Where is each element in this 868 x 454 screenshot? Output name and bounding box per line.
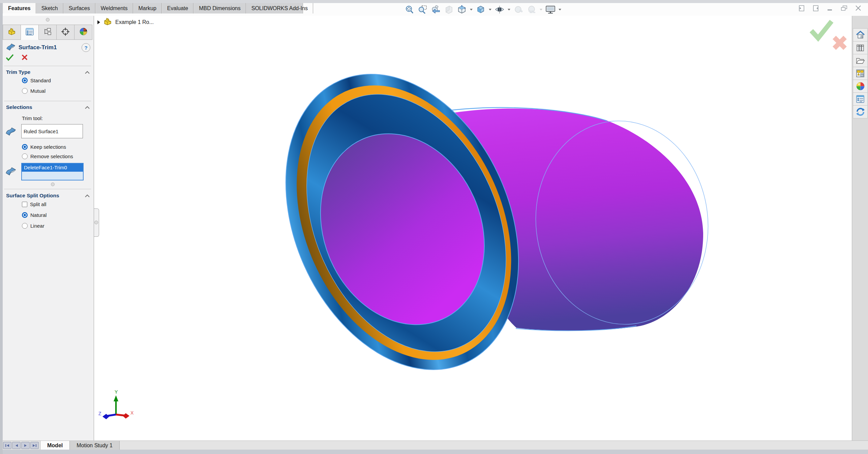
pm-title-row: Surface-Trim1 ? [6, 43, 90, 52]
file-explorer-icon[interactable] [853, 54, 868, 67]
tab-dimxpertmanager[interactable] [57, 25, 74, 40]
dimxpert-target-icon [61, 27, 70, 37]
tab-displaymanager[interactable] [74, 25, 92, 40]
next-tab-button[interactable] [21, 442, 30, 449]
manager-tab-strip [3, 25, 92, 40]
zoom-to-area-icon[interactable] [417, 4, 428, 15]
panel-top-grip[interactable] [46, 18, 50, 22]
surface-split-header[interactable]: Surface Split Options [6, 193, 90, 199]
appearances-scenes-icon[interactable] [853, 80, 868, 93]
selections-header[interactable]: Selections [6, 104, 90, 110]
pieces-listbox[interactable]: DeleteFace1-Trim0 [21, 163, 84, 180]
trim-type-header[interactable]: Trim Type [6, 69, 90, 75]
tab-sketch[interactable]: Sketch [36, 3, 63, 13]
collapse-chevron-icon[interactable] [85, 71, 90, 74]
next-pane-icon[interactable] [812, 4, 819, 12]
linear-label: Linear [30, 223, 44, 229]
model-surface-trim-preview[interactable] [263, 57, 725, 395]
tab-markup[interactable]: Markup [133, 3, 162, 13]
close-icon[interactable] [855, 4, 862, 12]
view-settings-dropdown-icon[interactable] [559, 9, 561, 10]
pm-title: Surface-Trim1 [19, 44, 79, 51]
remove-selections-radio[interactable] [22, 153, 28, 159]
linear-option: Linear [22, 223, 44, 229]
tab-evaluate[interactable]: Evaluate [162, 3, 193, 13]
previous-view-icon[interactable] [430, 4, 441, 15]
previous-pane-icon[interactable] [798, 4, 805, 12]
view-palette-icon[interactable] [853, 67, 868, 80]
collapse-chevron-icon[interactable] [85, 106, 90, 109]
first-tab-button[interactable] [3, 442, 11, 449]
tab-solidworks-addins[interactable]: SOLIDWORKS Add-Ins [246, 3, 313, 13]
tab-surfaces[interactable]: Surfaces [63, 3, 95, 13]
collapse-chevron-icon[interactable] [85, 194, 90, 197]
displaymanager-sphere-icon [79, 27, 88, 37]
configurationmanager-icon [43, 28, 52, 37]
y-axis-arrowhead [114, 395, 118, 401]
last-tab-button[interactable] [30, 442, 39, 449]
view-settings-icon[interactable] [545, 4, 556, 15]
ok-button[interactable] [5, 54, 14, 62]
flyout-featuremanager-item[interactable]: Example 1 Ro... [97, 17, 154, 27]
tab-configurationmanager[interactable] [39, 25, 57, 40]
x-axis-label: X [130, 410, 133, 416]
tab-mbd-dimensions[interactable]: MBD Dimensions [193, 3, 246, 13]
selections-title: Selections [6, 104, 85, 110]
standard-radio[interactable] [22, 78, 28, 83]
splitter-grip-icon [94, 221, 98, 224]
keep-selections-option: Keep selections [22, 144, 66, 150]
window-frame-left [0, 3, 3, 454]
solidworks-resources-icon[interactable] [853, 105, 868, 118]
minimize-icon[interactable] [826, 4, 834, 12]
section-view-icon [443, 4, 454, 15]
linear-radio[interactable] [22, 223, 28, 229]
window-controls [798, 4, 862, 12]
hide-show-items-icon[interactable] [494, 4, 505, 15]
custom-properties-icon[interactable] [853, 92, 868, 106]
pieces-selected-row[interactable]: DeleteFace1-Trim0 [22, 164, 83, 172]
panel-splitter-handle[interactable] [94, 208, 99, 237]
zoom-to-fit-icon[interactable] [403, 4, 415, 15]
standard-option: Standard [22, 78, 51, 83]
trim-tool-input[interactable] [21, 124, 83, 138]
split-all-checkbox[interactable] [22, 202, 27, 207]
confirm-cancel-icon[interactable] [834, 37, 845, 48]
keep-selections-radio[interactable] [22, 144, 28, 150]
solidworks-window: Features Sketch Surfaces Weldments Marku… [0, 0, 868, 454]
tab-propertymanager[interactable] [21, 25, 39, 40]
graphics-viewport[interactable]: Example 1 Ro... [94, 16, 852, 441]
remove-selections-label: Remove selections [30, 153, 73, 159]
mutual-option: Mutual [22, 88, 46, 94]
tab-weldments[interactable]: Weldments [95, 3, 133, 13]
model-tab[interactable]: Model [40, 441, 70, 450]
confirmation-corner [806, 17, 850, 52]
display-style-dropdown-icon[interactable] [489, 9, 491, 10]
part-icon [7, 28, 16, 37]
expand-arrow-icon[interactable] [97, 20, 100, 24]
pm-confirm-row [5, 54, 28, 62]
confirm-accept-icon[interactable] [811, 21, 832, 38]
listbox-resize-grip[interactable] [51, 182, 55, 186]
tab-features[interactable]: Features [3, 3, 36, 13]
mutual-radio[interactable] [22, 88, 28, 94]
cancel-button[interactable] [21, 54, 28, 62]
help-button[interactable]: ? [82, 43, 90, 52]
propertymanager-icon [25, 28, 34, 37]
divider [4, 189, 91, 189]
restore-icon[interactable] [840, 4, 848, 12]
split-all-label: Split all [30, 201, 46, 207]
previous-tab-button[interactable] [12, 442, 21, 449]
sheet-tab-bar: Model Motion Study 1 [0, 441, 868, 450]
motion-study-tab[interactable]: Motion Study 1 [70, 441, 120, 450]
tab-featuremanager-tree[interactable] [3, 25, 21, 40]
home-icon[interactable] [853, 28, 868, 41]
z-axis [107, 415, 116, 416]
design-library-icon[interactable] [853, 41, 868, 54]
view-orientation-icon[interactable] [456, 4, 468, 15]
ribbon-header: Features Sketch Surfaces Weldments Marku… [0, 3, 868, 16]
natural-radio[interactable] [22, 212, 28, 218]
hide-show-items-dropdown-icon[interactable] [508, 9, 510, 10]
divider [4, 101, 91, 101]
display-style-icon[interactable] [475, 4, 486, 15]
view-orientation-dropdown-icon[interactable] [470, 9, 473, 10]
